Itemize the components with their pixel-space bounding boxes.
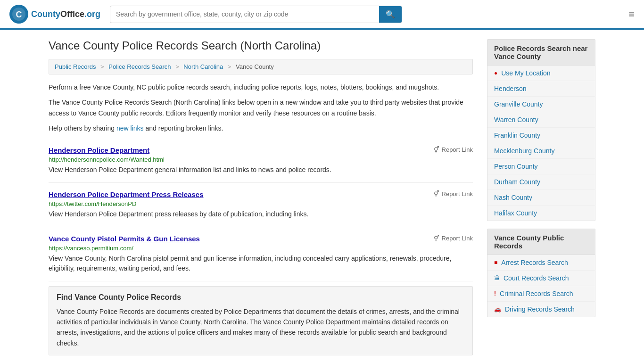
criminal-icon: ! (494, 290, 496, 297)
header: C CountyCountyOfficeOffice.org 🔍 ≡ (0, 0, 644, 30)
sidebar-item-person-label: Person County (494, 163, 538, 170)
sidebar-item-franklin-county[interactable]: Franklin County (487, 128, 595, 143)
record-item-0: Henderson Police Department ⚥ Report Lin… (49, 139, 473, 183)
record-title-0[interactable]: Henderson Police Department (49, 146, 149, 154)
report-link-btn-2[interactable]: ⚥ Report Link (434, 235, 473, 242)
driving-icon: 🚗 (494, 306, 501, 313)
new-links-link[interactable]: new links (116, 124, 144, 132)
report-icon-0: ⚥ (434, 146, 439, 153)
sidebar-item-nash-county[interactable]: Nash County (487, 190, 595, 206)
svg-text:C: C (16, 10, 22, 19)
sidebar-item-use-my-location[interactable]: ● Use My Location (487, 66, 595, 81)
description-para3: Help others by sharing new links and rep… (49, 123, 473, 133)
sidebar-item-mecklenburg-label: Mecklenburg County (494, 147, 554, 155)
logo-text: CountyCountyOfficeOffice.org (31, 9, 100, 19)
record-url-0[interactable]: http://hendersonncpolice.com/Wanted.html (49, 156, 473, 163)
sidebar-records-criminal-label: Criminal Records Search (500, 290, 573, 297)
sidebar-item-warren-label: Warren County (494, 116, 538, 123)
main-content: Vance County Police Records Search (Nort… (49, 39, 473, 355)
breadcrumb: Public Records > Police Records Search >… (49, 59, 473, 74)
sidebar-item-halifax-county[interactable]: Halifax County (487, 206, 595, 221)
record-desc-2: View Vance County, North Carolina pistol… (49, 254, 473, 273)
sidebar-item-durham-county[interactable]: Durham County (487, 174, 595, 190)
find-section: Find Vance County Police Records Vance C… (49, 286, 473, 356)
breadcrumb-sep-1: > (100, 63, 104, 70)
sidebar-item-granville-county[interactable]: Granville County (487, 97, 595, 112)
sidebar-item-person-county[interactable]: Person County (487, 159, 595, 174)
content-wrap: Vance County Police Records Search (Nort… (39, 30, 605, 362)
search-button[interactable]: 🔍 (379, 6, 402, 23)
find-section-text: Vance County Police Records are document… (57, 306, 465, 349)
sidebar-item-warren-county[interactable]: Warren County (487, 112, 595, 128)
location-icon: ● (494, 70, 497, 76)
arrest-icon: ■ (494, 259, 497, 266)
breadcrumb-north-carolina[interactable]: North Carolina (183, 63, 223, 70)
description-para2: The Vance County Police Records Search (… (49, 97, 473, 118)
nearby-section: Police Records Search near Vance County … (487, 39, 595, 221)
sidebar-item-franklin-label: Franklin County (494, 132, 540, 139)
record-item-header-1: Henderson Police Department Press Releas… (49, 190, 473, 198)
record-url-2[interactable]: https://vanceso.permitium.com/ (49, 245, 473, 252)
sidebar-item-durham-label: Durham County (494, 178, 540, 186)
sidebar-records-driving-label: Driving Records Search (505, 305, 575, 313)
sidebar-item-granville-label: Granville County (494, 100, 543, 108)
record-url-1[interactable]: https://twitter.com/HendersonPD (49, 200, 473, 207)
sidebar-item-henderson-label: Henderson (494, 85, 527, 92)
report-label-1: Report Link (442, 190, 473, 197)
record-desc-0: View Henderson Police Department general… (49, 165, 473, 175)
sidebar-records-criminal[interactable]: ! Criminal Records Search (487, 286, 595, 302)
description-para3-suffix: and reporting broken links. (144, 124, 223, 132)
sidebar: Police Records Search near Vance County … (487, 39, 595, 355)
logo-icon: C (9, 5, 28, 24)
sidebar-records-court-label: Court Records Search (504, 274, 569, 282)
record-item-2: Vance County Pistol Permits & Gun Licens… (49, 227, 473, 281)
report-label-2: Report Link (442, 235, 473, 242)
record-item-header-2: Vance County Pistol Permits & Gun Licens… (49, 235, 473, 243)
sidebar-item-mecklenburg-county[interactable]: Mecklenburg County (487, 143, 595, 159)
breadcrumb-vance-county: Vance County (236, 63, 274, 70)
breadcrumb-police-records-search[interactable]: Police Records Search (108, 63, 171, 70)
public-records-section: Vance County Public Records ■ Arrest Rec… (487, 229, 595, 317)
use-my-location-label: Use My Location (501, 69, 550, 77)
page-title: Vance County Police Records Search (Nort… (49, 39, 473, 52)
find-section-title: Find Vance County Police Records (57, 293, 465, 302)
breadcrumb-sep-2: > (175, 63, 179, 70)
description-para3-prefix: Help others by sharing (49, 124, 116, 132)
breadcrumb-sep-3: > (228, 63, 231, 70)
report-label-0: Report Link (442, 146, 473, 153)
sidebar-item-nash-label: Nash County (494, 194, 532, 201)
record-item-1: Henderson Police Department Press Releas… (49, 183, 473, 227)
hamburger-menu-icon[interactable]: ≡ (628, 8, 635, 20)
sidebar-records-driving[interactable]: 🚗 Driving Records Search (487, 302, 595, 317)
public-records-section-title: Vance County Public Records (487, 229, 595, 255)
sidebar-records-arrest[interactable]: ■ Arrest Records Search (487, 255, 595, 271)
search-icon: 🔍 (386, 10, 395, 18)
report-link-btn-1[interactable]: ⚥ Report Link (434, 190, 473, 197)
report-icon-1: ⚥ (434, 190, 439, 197)
record-title-2[interactable]: Vance County Pistol Permits & Gun Licens… (49, 235, 200, 243)
sidebar-records-arrest-label: Arrest Records Search (501, 259, 568, 266)
sidebar-item-halifax-label: Halifax County (494, 209, 537, 217)
court-icon: 🏛 (494, 275, 500, 281)
search-bar: 🔍 (110, 6, 402, 23)
record-title-1[interactable]: Henderson Police Department Press Releas… (49, 190, 203, 198)
breadcrumb-public-records[interactable]: Public Records (55, 63, 96, 70)
logo[interactable]: C CountyCountyOfficeOffice.org (9, 5, 100, 24)
report-icon-2: ⚥ (434, 235, 439, 242)
records-list: Henderson Police Department ⚥ Report Lin… (49, 139, 473, 281)
record-desc-1: View Henderson Police Department press r… (49, 209, 473, 219)
search-input[interactable] (110, 7, 379, 22)
sidebar-records-court[interactable]: 🏛 Court Records Search (487, 271, 595, 286)
sidebar-item-henderson[interactable]: Henderson (487, 81, 595, 97)
description-para1: Perform a free Vance County, NC public p… (49, 82, 473, 92)
record-item-header-0: Henderson Police Department ⚥ Report Lin… (49, 146, 473, 154)
report-link-btn-0[interactable]: ⚥ Report Link (434, 146, 473, 153)
nearby-section-title: Police Records Search near Vance County (487, 40, 595, 66)
